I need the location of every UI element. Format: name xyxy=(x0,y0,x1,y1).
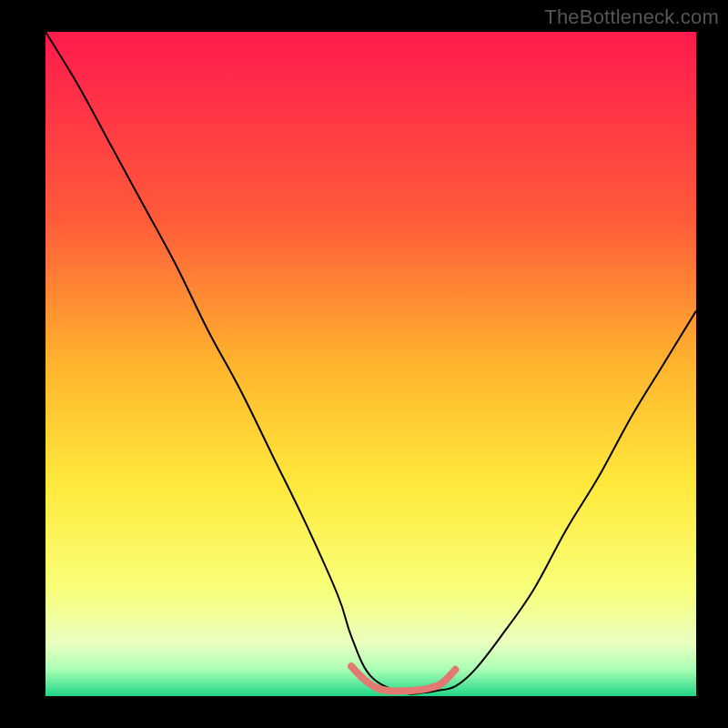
chart-frame: TheBottleneck.com xyxy=(0,0,728,728)
plot-area xyxy=(46,32,696,696)
bottleneck-chart-svg xyxy=(46,32,696,696)
heat-background xyxy=(46,32,696,696)
watermark-text: TheBottleneck.com xyxy=(544,5,719,29)
